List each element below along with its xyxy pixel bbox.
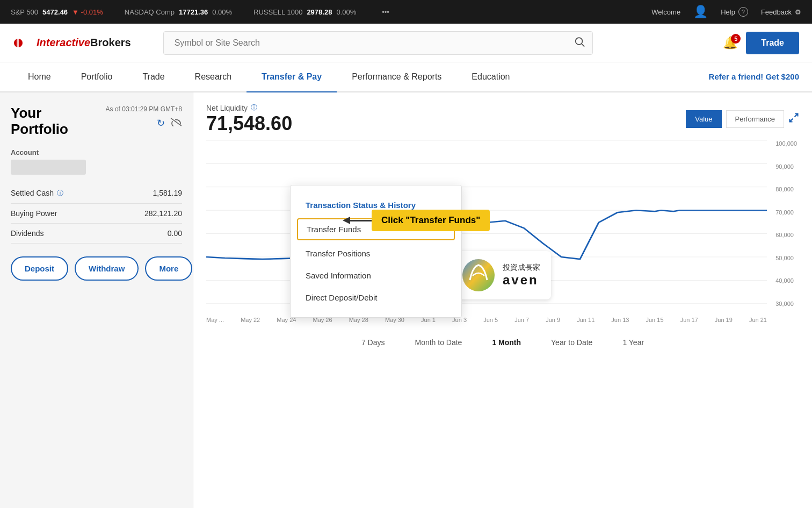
net-liquidity-label: Net Liquidity ⓘ xyxy=(206,103,292,112)
logo-text: InteractiveBrokers xyxy=(37,37,131,49)
portfolio-title: Your Portfolio xyxy=(11,105,68,138)
search-icon xyxy=(574,35,585,47)
direct-deposit-item[interactable]: Direct Deposit/Debit xyxy=(291,287,461,309)
chart-header: Net Liquidity ⓘ 71,548.60 Value Performa… xyxy=(206,103,799,135)
feedback-icon: ⚙ xyxy=(795,8,801,16)
help-icon: ? xyxy=(738,7,748,17)
transfer-funds-item[interactable]: Transfer Funds xyxy=(297,218,455,240)
help-link[interactable]: Help ? xyxy=(721,7,748,17)
transaction-status-item[interactable]: Transaction Status & History xyxy=(291,194,461,216)
saved-information-item[interactable]: Saved Information xyxy=(291,264,461,287)
nav-trade[interactable]: Trade xyxy=(127,62,179,92)
logo[interactable]: InteractiveBrokers xyxy=(13,33,131,53)
portfolio-header-controls: As of 03:01:29 PM GMT+8 ↻ xyxy=(106,105,182,129)
nav-research[interactable]: Research xyxy=(180,62,247,92)
deposit-button[interactable]: Deposit xyxy=(11,256,68,281)
portfolio-timestamp: As of 03:01:29 PM GMT+8 xyxy=(106,105,182,113)
ib-logo-icon xyxy=(13,33,32,53)
sidebar: Your Portfolio As of 03:01:29 PM GMT+8 ↻ xyxy=(0,92,193,508)
buying-power-label: Buying Power xyxy=(11,209,57,218)
chart-y-labels: 100,000 90,000 80,000 70,000 60,000 50,0… xyxy=(775,140,799,307)
nasdaq-label: NASDAQ Comp xyxy=(125,8,175,16)
more-tickers-dots[interactable]: ••• xyxy=(382,8,389,16)
portfolio-title-text: Your Portfolio xyxy=(11,105,68,138)
aven-overlay: 投資成長家 aven xyxy=(451,251,551,299)
settled-cash-value: 1,581.19 xyxy=(153,189,183,197)
more-button[interactable]: More xyxy=(145,256,192,281)
sp500-change: ▼ -0.01% xyxy=(72,8,103,16)
stat-settled-cash: Settled Cash ⓘ 1,581.19 xyxy=(11,183,182,204)
net-liquidity-info-icon[interactable]: ⓘ xyxy=(251,103,257,112)
dividends-value: 0.00 xyxy=(168,229,182,238)
transfer-pay-dropdown: Transaction Status & History Transfer Fu… xyxy=(290,185,462,318)
dividends-label: Dividends xyxy=(11,229,44,238)
expand-chart-button[interactable] xyxy=(788,112,799,126)
aven-logo-svg xyxy=(462,259,495,292)
svg-point-11 xyxy=(462,259,495,291)
ticker-right-section: Welcome 👤 Help ? Feedback ⚙ xyxy=(651,5,801,19)
header: InteractiveBrokers 🔔 5 Trade xyxy=(0,24,812,62)
sp500-value: 5472.46 xyxy=(42,8,68,16)
transfer-positions-item[interactable]: Transfer Positions xyxy=(291,242,461,264)
1year-button[interactable]: 1 Year xyxy=(618,336,648,349)
transfer-funds-wrapper: Transfer Funds xyxy=(297,218,455,240)
action-buttons: Deposit Withdraw More xyxy=(11,256,182,281)
ticker-russell: RUSSELL 1000 2978.28 0.00% xyxy=(253,8,356,16)
russell-change: 0.00% xyxy=(336,8,356,16)
time-range-controls: 7 Days Month to Date 1 Month Year to Dat… xyxy=(206,332,799,349)
settled-cash-info-icon[interactable]: ⓘ xyxy=(57,189,63,198)
feedback-link[interactable]: Feedback ⚙ xyxy=(761,8,801,16)
aven-logo xyxy=(462,259,495,292)
aven-text-block: 投資成長家 aven xyxy=(503,263,540,288)
chart-controls: Value Performance xyxy=(686,110,799,128)
1month-button[interactable]: 1 Month xyxy=(488,336,525,349)
search-button[interactable] xyxy=(574,35,585,50)
header-right: 🔔 5 Trade xyxy=(723,32,799,54)
buying-power-value: 282,121.20 xyxy=(144,209,182,218)
trade-button[interactable]: Trade xyxy=(746,32,799,54)
withdraw-button[interactable]: Withdraw xyxy=(75,256,139,281)
russell-value: 2978.28 xyxy=(307,8,332,16)
ticker-nasdaq: NASDAQ Comp 17721.36 0.00% xyxy=(125,8,232,16)
account-section: Account xyxy=(11,148,182,175)
notification-badge: 5 xyxy=(731,34,741,44)
net-liquidity-value: 71,548.60 xyxy=(206,112,292,135)
account-field[interactable] xyxy=(11,160,86,175)
stat-dividends: Dividends 0.00 xyxy=(11,224,182,244)
search-input[interactable] xyxy=(163,31,593,55)
nasdaq-value: 17721.36 xyxy=(179,8,208,16)
stat-buying-power: Buying Power 282,121.20 xyxy=(11,204,182,224)
aven-en-text: aven xyxy=(503,273,540,288)
nav-education[interactable]: Education xyxy=(456,62,525,92)
value-toggle-button[interactable]: Value xyxy=(686,110,721,128)
nav-performance-reports[interactable]: Performance & Reports xyxy=(337,62,456,92)
month-to-date-button[interactable]: Month to Date xyxy=(410,336,466,349)
content-wrapper: Your Portfolio As of 03:01:29 PM GMT+8 ↻ xyxy=(0,92,812,508)
logo-company: Brokers xyxy=(90,37,131,48)
ticker-bar: S&P 500 5472.46 ▼ -0.01% NASDAQ Comp 177… xyxy=(0,0,812,24)
aven-zh-text: 投資成長家 xyxy=(503,263,540,273)
chart-area: Net Liquidity ⓘ 71,548.60 Value Performa… xyxy=(193,92,812,508)
svg-line-2 xyxy=(582,44,584,46)
year-to-date-button[interactable]: Year to Date xyxy=(547,336,597,349)
nav-home[interactable]: Home xyxy=(13,62,66,92)
user-icon[interactable]: 👤 xyxy=(693,5,708,19)
account-label: Account xyxy=(11,148,182,156)
notifications-button[interactable]: 🔔 5 xyxy=(723,36,737,50)
sp500-label: S&P 500 xyxy=(11,8,38,16)
eye-slash-icon xyxy=(170,118,182,126)
7days-button[interactable]: 7 Days xyxy=(357,336,389,349)
expand-icon xyxy=(788,112,799,123)
net-liquidity-section: Net Liquidity ⓘ 71,548.60 xyxy=(206,103,292,135)
nav-portfolio[interactable]: Portfolio xyxy=(66,62,128,92)
hide-button[interactable] xyxy=(170,118,182,129)
portfolio-icon-row: ↻ xyxy=(157,117,182,129)
refer-friend-link[interactable]: Refer a friend! Get $200 xyxy=(709,72,799,81)
performance-toggle-button[interactable]: Performance xyxy=(726,110,784,128)
nav-transfer-pay[interactable]: Transfer & Pay xyxy=(247,62,337,92)
search-bar-container xyxy=(163,31,593,55)
welcome-text: Welcome xyxy=(651,8,680,16)
nav-bar: Home Portfolio Trade Research Transfer &… xyxy=(0,62,812,92)
refresh-button[interactable]: ↻ xyxy=(157,117,165,129)
ticker-sp500: S&P 500 5472.46 ▼ -0.01% xyxy=(11,8,103,16)
